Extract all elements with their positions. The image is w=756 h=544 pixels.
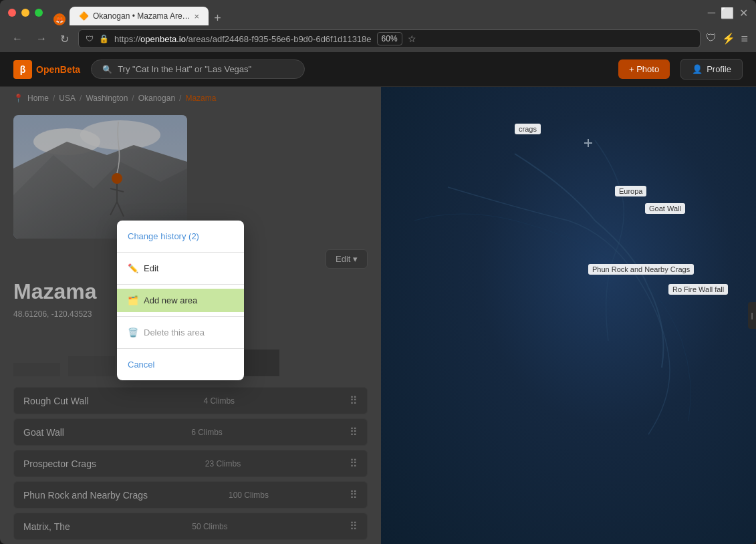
address-prefix: https:// [114,34,140,44]
popup-delete-item: 🗑️ Delete this area [117,321,244,344]
address-path: /areas/adf24468-f935-56e6-b9d0-6d6f1d113… [186,34,372,44]
browser-titlebar: 🦊 🔶 Okanogan • Mazama Are… × + ─ ⬜ ✕ [0,0,756,25]
popup-section-delete: 🗑️ Delete this area [117,317,244,349]
delete-label: Delete this area [144,327,205,337]
browser-max-dot[interactable] [35,9,43,17]
browser-window: 🦊 🔶 Okanogan • Mazama Are… × + ─ ⬜ ✕ ← →… [0,0,756,544]
profile-icon: 👤 [692,64,703,74]
right-panel: crags Europa Goat Wall Phun Rock and Nea… [381,87,756,544]
popup-change-history[interactable]: Change history (2) [117,225,244,248]
cancel-label: Cancel [128,360,154,370]
tab-favicon: 🔶 [79,11,89,21]
map-edge-handle[interactable]: | [748,302,756,329]
tab-close-button[interactable]: × [195,11,200,21]
app-header: β OpenBeta 🔍 Try "Cat In the Hat" or "La… [0,52,756,87]
tab-title: Okanogan • Mazama Are… [93,11,191,21]
address-bar[interactable]: 🛡 🔒 https://openbeta.io/areas/adf24468-f… [78,29,701,48]
browser-toolbar-icons: 🛡 ⚡ ≡ [706,32,748,46]
popup-section-add: 🗂️ Add new area [117,285,244,317]
map-label-ro-fire-wall: Ro Fire Wall fall [668,284,728,295]
map-label-europa: Europa [615,186,646,196]
logo-text: OpenBeta [36,64,80,75]
map-background [381,87,756,544]
popup-section-edit: ✏️ Edit [117,253,244,285]
browser-close-dot[interactable] [8,9,16,17]
lock-icon: 🔒 [99,34,109,43]
map-container[interactable]: crags Europa Goat Wall Phun Rock and Nea… [381,87,756,544]
browser-min-dot[interactable] [21,9,29,17]
map-label-goat-wall: Goat Wall [645,203,685,214]
edit-label: Edit [144,263,158,273]
map-label-crags: crags [515,124,541,134]
change-history-label: Change history (2) [128,231,199,241]
forward-button[interactable]: → [32,31,51,46]
popup-section-top: Change history (2) [117,221,244,253]
window-minimize[interactable]: ─ [708,7,715,19]
bookmark-button[interactable]: ☆ [408,33,416,44]
add-area-icon: 🗂️ [128,295,138,305]
menu-button[interactable]: ≡ [741,32,748,46]
profile-button[interactable]: 👤 Profile [680,59,743,80]
new-tab-button[interactable]: + [209,11,227,25]
main-content: 📍 Home / USA / Washington / Okanogan / M… [0,87,756,544]
search-bar[interactable]: 🔍 Try "Cat In the Hat" or "Las Vegas" [91,59,305,79]
profile-label: Profile [707,64,731,74]
left-panel: 📍 Home / USA / Washington / Okanogan / M… [0,87,381,544]
add-photo-button[interactable]: + Photo [618,59,670,79]
pocket-icon[interactable]: 🛡 [706,32,717,46]
popup-add-area-item[interactable]: 🗂️ Add new area [117,289,244,312]
popup-section-cancel: Cancel [117,349,244,380]
refresh-button[interactable]: ↻ [56,31,73,47]
logo-mark: β [13,60,32,79]
pencil-icon: ✏️ [128,263,138,273]
address-site: openbeta.io [140,34,186,44]
popup-menu: Change history (2) ✏️ Edit 🗂️ [117,221,244,380]
search-placeholder: Try "Cat In the Hat" or "Las Vegas" [118,64,251,74]
address-url: https://openbeta.io/areas/adf24468-f935-… [114,34,372,44]
browser-toolbar: ← → ↻ 🛡 🔒 https://openbeta.io/areas/adf2… [0,25,756,52]
add-area-label: Add new area [144,295,197,305]
extensions-icon[interactable]: ⚡ [722,32,735,46]
window-maximize[interactable]: ⬜ [721,7,734,19]
search-icon: 🔍 [102,65,112,74]
window-close[interactable]: ✕ [739,7,748,19]
back-button[interactable]: ← [8,31,27,46]
active-tab[interactable]: 🔶 Okanogan • Mazama Are… × [70,7,209,25]
zoom-badge[interactable]: 60% [377,32,402,45]
app-container: β OpenBeta 🔍 Try "Cat In the Hat" or "La… [0,52,756,544]
browser-tabs: 🦊 🔶 Okanogan • Mazama Are… × + [53,0,227,25]
map-label-phun-rock: Phun Rock and Nearby Crags [588,264,694,275]
popup-cancel-item[interactable]: Cancel [117,353,244,376]
popup-overlay[interactable]: Change history (2) ✏️ Edit 🗂️ [0,87,381,544]
firefox-icon: 🦊 [53,13,66,25]
security-icon: 🛡 [86,34,94,43]
openbeta-logo: β OpenBeta [13,60,80,79]
delete-icon: 🗑️ [128,327,138,337]
popup-edit-item[interactable]: ✏️ Edit [117,257,244,280]
